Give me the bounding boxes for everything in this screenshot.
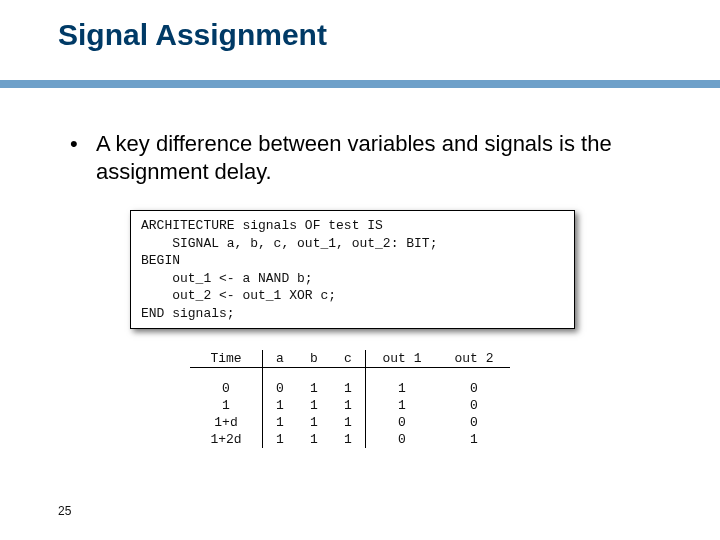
table-cell: 1 bbox=[331, 380, 366, 397]
table-cell: 0 bbox=[438, 414, 510, 431]
table-header: Time bbox=[190, 350, 263, 368]
table-header-row: Time a b c out 1 out 2 bbox=[190, 350, 510, 368]
bullet-text: A key difference between variables and s… bbox=[96, 130, 660, 185]
table-cell: 1 bbox=[263, 397, 298, 414]
table-header: out 2 bbox=[438, 350, 510, 368]
table-cell: 1 bbox=[190, 397, 263, 414]
code-line: BEGIN bbox=[141, 253, 180, 268]
table-cell: 0 bbox=[438, 380, 510, 397]
slide: Signal Assignment • A key difference bet… bbox=[0, 0, 720, 540]
code-line: END signals; bbox=[141, 306, 235, 321]
table-row: 1 1 1 1 1 0 bbox=[190, 397, 510, 414]
page-number: 25 bbox=[58, 504, 71, 518]
table-cell: 1 bbox=[366, 397, 439, 414]
table-cell: 0 bbox=[366, 414, 439, 431]
table-cell: 1 bbox=[263, 414, 298, 431]
table-cell: 0 bbox=[366, 431, 439, 448]
table-cell: 1 bbox=[297, 380, 331, 397]
table-divider bbox=[190, 368, 510, 381]
table-cell: 0 bbox=[263, 380, 298, 397]
timing-table: Time a b c out 1 out 2 0 0 1 1 1 0 1 1 bbox=[190, 350, 510, 448]
table-row: 0 0 1 1 1 0 bbox=[190, 380, 510, 397]
table-header: a bbox=[263, 350, 298, 368]
table-row: 1+d 1 1 1 0 0 bbox=[190, 414, 510, 431]
table-cell: 1 bbox=[297, 431, 331, 448]
table-cell: 1 bbox=[297, 397, 331, 414]
table-cell: 1 bbox=[263, 431, 298, 448]
code-line: out_2 <- out_1 XOR c; bbox=[141, 288, 336, 303]
table-cell: 0 bbox=[438, 397, 510, 414]
code-line: SIGNAL a, b, c, out_1, out_2: BIT; bbox=[141, 236, 437, 251]
code-block: ARCHITECTURE signals OF test IS SIGNAL a… bbox=[130, 210, 575, 329]
code-line: ARCHITECTURE signals OF test IS bbox=[141, 218, 383, 233]
horizontal-rule bbox=[0, 80, 720, 88]
table-cell: 1 bbox=[297, 414, 331, 431]
table-cell: 1 bbox=[438, 431, 510, 448]
table-cell: 0 bbox=[190, 380, 263, 397]
table-cell: 1 bbox=[331, 414, 366, 431]
slide-body: • A key difference between variables and… bbox=[70, 130, 660, 185]
table-row: 1+2d 1 1 1 0 1 bbox=[190, 431, 510, 448]
table-cell: 1 bbox=[331, 431, 366, 448]
bullet-dot-icon: • bbox=[70, 130, 96, 158]
table-cell: 1+2d bbox=[190, 431, 263, 448]
code-block-content: ARCHITECTURE signals OF test IS SIGNAL a… bbox=[130, 210, 575, 329]
table-header: out 1 bbox=[366, 350, 439, 368]
table-cell: 1 bbox=[366, 380, 439, 397]
table-header: b bbox=[297, 350, 331, 368]
table-cell: 1 bbox=[331, 397, 366, 414]
table-header: c bbox=[331, 350, 366, 368]
bullet-item: • A key difference between variables and… bbox=[70, 130, 660, 185]
code-line: out_1 <- a NAND b; bbox=[141, 271, 313, 286]
table-cell: 1+d bbox=[190, 414, 263, 431]
slide-title: Signal Assignment bbox=[58, 18, 327, 52]
